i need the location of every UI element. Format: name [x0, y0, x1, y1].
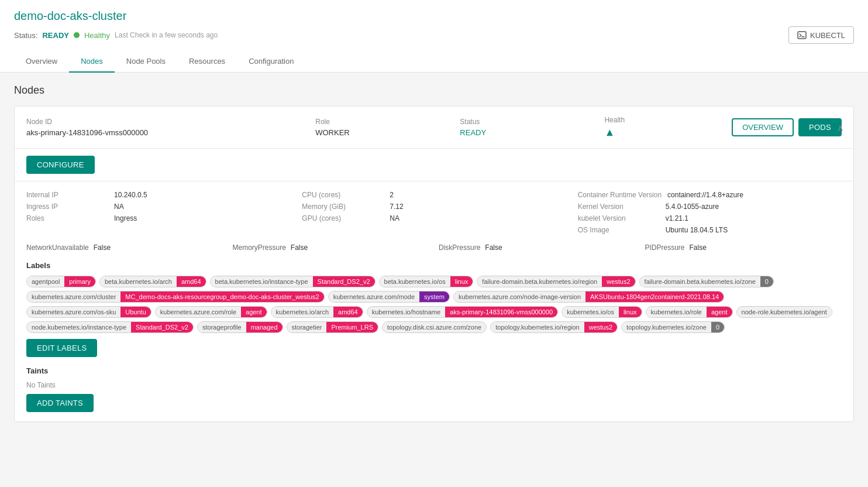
label-value: managed [246, 322, 283, 332]
tab-node-pools[interactable]: Node Pools [115, 51, 177, 73]
roles-value: Ingress [114, 214, 137, 222]
label-value: primary [64, 276, 95, 287]
label-tag: kubernetes.azure.com/os-skuUbuntu [26, 306, 151, 318]
label-key: beta.kubernetes.io/os [380, 276, 450, 287]
label-key: kubernetes.io/hostname [367, 307, 445, 317]
container-runtime-label: Container Runtime Version [578, 191, 662, 199]
label-tag: kubernetes.io/archamd64 [271, 306, 363, 318]
label-tag: kubernetes.azure.com/clusterMC_demo-docs… [26, 291, 325, 303]
label-key: node-role.kubernetes.io/agent [737, 307, 832, 317]
label-key: storageprofile [198, 322, 246, 332]
edit-labels-button[interactable]: EDIT LABELS [26, 339, 97, 357]
configure-row: CONFIGURE [15, 149, 853, 181]
memory-pressure-value: False [291, 244, 308, 252]
cpu-label: CPU (cores) [302, 191, 384, 199]
label-tag: node-role.kubernetes.io/agent [736, 306, 832, 318]
tab-resources[interactable]: Resources [177, 51, 237, 73]
node-health-label: Health [604, 116, 720, 124]
add-taints-button[interactable]: ADD TAINTS [26, 394, 94, 412]
tab-configuration[interactable]: Configuration [237, 51, 305, 73]
label-key: storagetier [287, 322, 327, 332]
label-value: amd64 [177, 276, 206, 287]
kernel-version-value: 5.4.0-1055-azure [666, 203, 719, 211]
label-tag: topology.kubernetes.io/zone0 [621, 321, 725, 333]
disk-pressure-label: DiskPressure [439, 244, 480, 252]
status-label: Status: [14, 31, 37, 40]
kubelet-version-value: v1.21.1 [666, 214, 688, 222]
label-key: kubernetes.io/arch [271, 307, 334, 317]
kubectl-label: KUBECTL [810, 31, 845, 40]
memory-value: 7.12 [390, 203, 403, 211]
terminal-icon [797, 30, 807, 40]
node-card: Node ID aks-primary-14831096-vmss000000 … [14, 106, 854, 422]
os-image-label: OS Image [578, 226, 660, 234]
tab-nodes[interactable]: Nodes [69, 51, 115, 73]
disk-pressure-value: False [485, 244, 502, 252]
label-key: node.kubernetes.io/instance-type [27, 322, 131, 332]
label-value: linux [450, 276, 473, 287]
roles-label: Roles [26, 214, 108, 222]
gpu-value: NA [390, 214, 399, 222]
label-key: kubernetes.azure.com/node-image-version [454, 291, 585, 302]
label-tag: kubernetes.azure.com/modesystem [328, 291, 450, 303]
cpu-value: 2 [390, 191, 394, 199]
node-status-label: Status [460, 118, 604, 126]
label-key: kubernetes.io/os [562, 307, 619, 317]
node-id-value: aks-primary-14831096-vmss000000 [26, 128, 315, 137]
kubelet-version-label: kubelet Version [578, 214, 660, 222]
os-image-value: Ubuntu 18.04.5 LTS [666, 226, 728, 234]
label-value: Ubuntu [120, 307, 150, 317]
label-value: agent [241, 307, 267, 317]
ingress-ip-value: NA [114, 203, 124, 211]
tab-bar: Overview Nodes Node Pools Resources Conf… [14, 51, 854, 72]
label-tag: beta.kubernetes.io/oslinux [379, 276, 474, 287]
cluster-title: demo-doc-aks-cluster [14, 9, 854, 23]
label-tag: kubernetes.azure.com/node-image-versionA… [453, 291, 724, 303]
label-tag: beta.kubernetes.io/archamd64 [99, 276, 206, 287]
label-tag: failure-domain.beta.kubernetes.io/region… [477, 276, 635, 287]
label-value: system [419, 291, 449, 302]
label-tag: topology.disk.csi.azure.com/zone [382, 321, 487, 333]
taints-title: Taints [26, 366, 842, 375]
label-value: 0 [711, 322, 724, 332]
container-runtime-value: containerd://1.4.8+azure [667, 191, 743, 199]
label-key: agentpool [27, 276, 64, 287]
health-label: Healthy [84, 31, 110, 40]
internal-ip-value: 10.240.0.5 [114, 191, 147, 199]
pods-button[interactable]: PODS [798, 118, 842, 136]
label-value: Standard_DS2_v2 [131, 322, 193, 332]
label-value: aks-primary-14831096-vmss000000 [445, 307, 557, 317]
label-tag: topology.kubernetes.io/regionwestus2 [490, 321, 618, 333]
label-tag: kubernetes.azure.com/roleagent [155, 306, 267, 318]
configure-button[interactable]: CONFIGURE [26, 156, 95, 174]
node-status-value: READY [460, 128, 604, 137]
label-value: linux [619, 307, 642, 317]
label-value: AKSUbuntu-1804gen2containerd-2021.08.14 [585, 291, 724, 302]
memory-label: Memory (GiB) [302, 203, 384, 211]
label-key: kubernetes.io/role [646, 307, 707, 317]
label-tag: failure-domain.beta.kubernetes.io/zone0 [639, 276, 774, 287]
label-key: topology.kubernetes.io/region [491, 322, 584, 332]
chevron-up-icon: ∧ [837, 122, 844, 132]
kubectl-button[interactable]: KUBECTL [788, 26, 854, 44]
label-value: westus2 [602, 276, 635, 287]
label-key: beta.kubernetes.io/instance-type [211, 276, 313, 287]
svg-rect-0 [798, 32, 806, 39]
overview-button[interactable]: OVERVIEW [732, 118, 794, 136]
label-tag: beta.kubernetes.io/instance-typeStandard… [210, 276, 376, 287]
internal-ip-label: Internal IP [26, 191, 108, 199]
node-details: Internal IP 10.240.0.5 Ingress IP NA Rol… [15, 181, 853, 421]
label-tag: storagetierPremium_LRS [287, 321, 379, 333]
label-key: topology.kubernetes.io/zone [622, 322, 711, 332]
label-value: 0 [760, 276, 773, 287]
label-key: kubernetes.azure.com/role [156, 307, 241, 317]
kernel-version-label: Kernel Version [578, 203, 660, 211]
status-value: READY [42, 31, 69, 40]
label-value: Standard_DS2_v2 [313, 276, 375, 287]
label-tag: storageprofilemanaged [197, 321, 283, 333]
label-key: failure-domain.beta.kubernetes.io/region [477, 276, 602, 287]
label-value: agent [707, 307, 732, 317]
collapse-button[interactable]: ∧ [837, 122, 844, 133]
label-key: beta.kubernetes.io/arch [100, 276, 177, 287]
tab-overview[interactable]: Overview [14, 51, 69, 73]
